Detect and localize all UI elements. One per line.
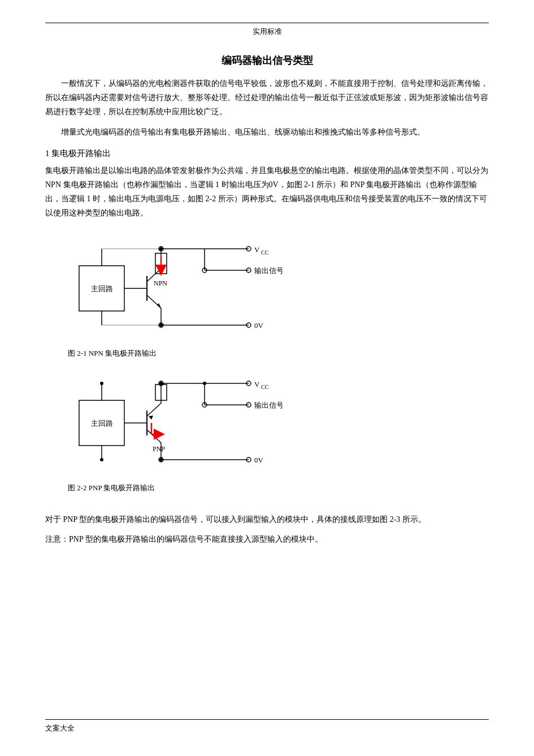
svg-text:0V: 0V: [254, 456, 264, 464]
figure-1-caption: 图 2-1 NPN 集电极开路输出: [68, 348, 157, 358]
paragraph-1: 一般情况下，从编码器的光电检测器件获取的信号电平较低，波形也不规则，不能直接用于…: [45, 76, 489, 119]
footer: 文案大全: [45, 719, 489, 733]
svg-line-36: [147, 430, 161, 443]
figure-1-npn: 主回路 NPN V CC: [68, 232, 283, 345]
svg-point-31: [159, 323, 163, 327]
svg-text:输出信号: 输出信号: [254, 401, 283, 409]
figure-1-container: 主回路 NPN V CC: [45, 232, 489, 501]
svg-text:0V: 0V: [254, 321, 264, 330]
svg-marker-38: [149, 416, 153, 420]
svg-text:V: V: [254, 245, 260, 254]
svg-point-63: [159, 458, 163, 461]
svg-text:CC: CC: [261, 384, 269, 390]
header-label: 实用标准: [253, 27, 282, 36]
header: 实用标准: [45, 23, 489, 37]
paragraph-4: 对于 PNP 型的集电极开路输出的编码器信号，可以接入到漏型输入的模块中，具体的…: [45, 512, 489, 526]
svg-point-30: [159, 247, 163, 250]
svg-point-62: [159, 382, 163, 385]
figure-2-pnp: 主回路 PNP: [68, 366, 283, 479]
svg-point-65: [100, 458, 103, 461]
figure-2-caption: 图 2-2 PNP 集电极开路输出: [68, 483, 155, 493]
subsection-1-title: 1 集电极开路输出: [45, 148, 489, 159]
svg-point-64: [100, 382, 103, 385]
footer-label: 文案大全: [45, 724, 75, 732]
section-title: 编码器输出信号类型: [45, 54, 489, 67]
svg-line-37: [147, 403, 161, 416]
page: 实用标准 编码器输出信号类型 一般情况下，从编码器的光电检测器件获取的信号电平较…: [0, 0, 534, 756]
svg-text:主回路: 主回路: [91, 284, 113, 293]
svg-text:输出信号: 输出信号: [254, 266, 283, 275]
paragraph-5: 注意：PNP 型的集电极开路输出的编码器信号不能直接接入源型输入的模块中。: [45, 532, 489, 546]
svg-text:CC: CC: [261, 249, 269, 256]
svg-text:主回路: 主回路: [91, 419, 113, 427]
svg-text:V: V: [254, 380, 260, 388]
svg-text:NPN: NPN: [154, 279, 167, 287]
svg-marker-5: [157, 303, 161, 308]
svg-text:PNP: PNP: [153, 445, 165, 453]
paragraph-3: 集电极开路输出是以输出电路的晶体管发射极作为公共端，并且集电极悬空的输出电路。根…: [45, 163, 489, 221]
paragraph-2: 增量式光电编码器的信号输出有集电极开路输出、电压输出、线驱动输出和推挽式输出等多…: [45, 125, 489, 139]
